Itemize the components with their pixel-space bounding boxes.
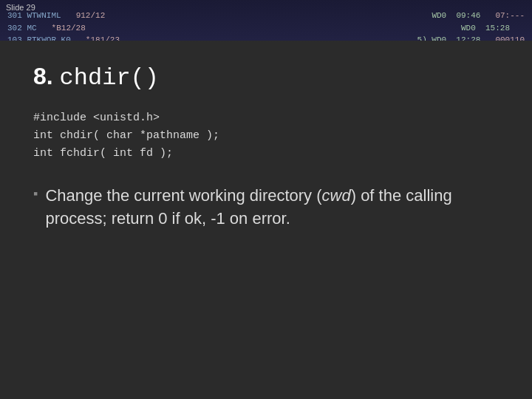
section-number: 8. [33, 63, 53, 89]
banner-row-3: 103 RTKWOR K0 *181/23 5) WD0 12:28 00011… [7, 34, 525, 41]
banner-cell: *B12/28 [52, 22, 86, 35]
bullet-icon: ▪ [33, 186, 38, 202]
slide-label: Slide 29 [6, 3, 35, 12]
banner-cell: 07:--- [495, 10, 525, 22]
banner-cell: WD0 15:28 [461, 22, 510, 35]
code-text: #include <unistd.h> [33, 112, 160, 124]
bullet-text: Change the current working directory (cw… [45, 185, 499, 231]
bullet-italic: cwd [322, 186, 351, 205]
code-text: int chdir( char *pathname ); [33, 129, 219, 142]
banner-cell: 302 MC [7, 22, 37, 35]
banner-cell: 000110 [495, 34, 525, 41]
code-block: #include <unistd.h> int chdir( char *pat… [33, 109, 499, 163]
banner-row-2: 302 MC *B12/28 WD0 15:28 [7, 22, 525, 35]
banner-cell: 103 RTKWOR K0 [7, 34, 71, 41]
code-line-3: int fchdir( int fd ); [33, 145, 499, 163]
code-text: int fchdir( int fd ); [33, 147, 173, 160]
banner-row-1: 301 WTWNIML 912/12 WD0 09:46 07:--- [7, 10, 525, 22]
code-line-1: #include <unistd.h> [33, 109, 499, 127]
top-banner: Slide 29 301 WTWNIML 912/12 WD0 09:46 07… [0, 0, 532, 41]
banner-cell: 912/12 [76, 10, 106, 22]
code-line-2: int chdir( char *pathname ); [33, 127, 499, 145]
bullet-section: ▪ Change the current working directory (… [33, 185, 499, 231]
section-code-title: chdir() [60, 64, 159, 92]
section-title: 8. chdir() [33, 63, 499, 92]
banner-cell: *181/23 [86, 34, 120, 41]
banner-cell: WD0 09:46 [432, 10, 480, 22]
main-content: 8. chdir() #include <unistd.h> int chdir… [0, 41, 532, 245]
banner-cell: 5) WD0 12:28 [417, 34, 481, 41]
